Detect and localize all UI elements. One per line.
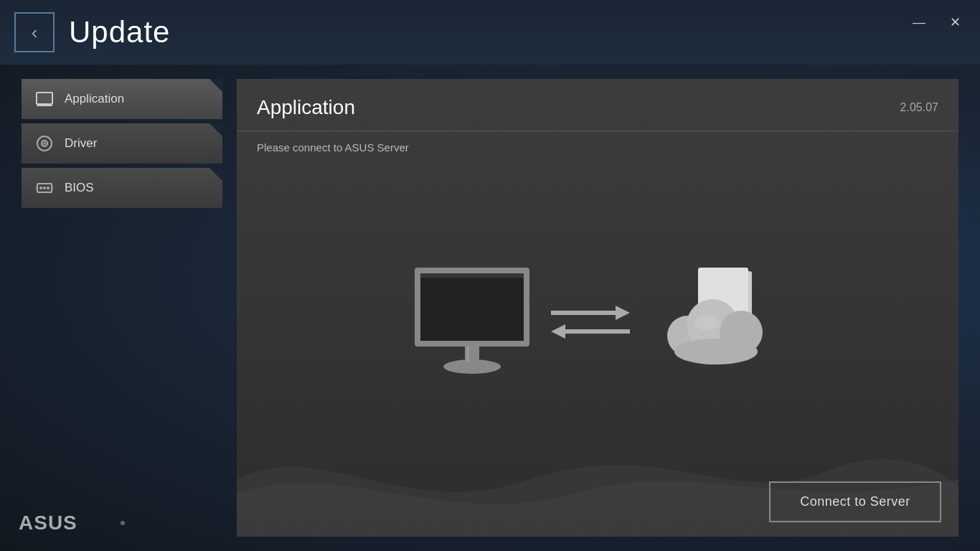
back-button[interactable]: ‹ [14, 12, 55, 52]
close-button[interactable]: ✕ [944, 11, 966, 33]
illustration [407, 260, 788, 382]
bottom-bar: Connect to Server [769, 481, 941, 522]
asus-logo: ASUS [17, 509, 89, 537]
application-icon [34, 89, 55, 109]
sidebar-item-driver-label: Driver [65, 136, 97, 151]
main-layout: Application Driver [0, 65, 980, 551]
driver-icon [34, 133, 55, 154]
svg-point-6 [44, 143, 46, 145]
sidebar-item-application-label: Application [65, 92, 124, 106]
monitor-illustration [407, 260, 537, 382]
sidebar-item-bios-label: BIOS [65, 181, 94, 195]
svg-point-29 [674, 339, 758, 364]
arrows-illustration [544, 293, 637, 350]
dot-indicator [121, 521, 125, 525]
svg-rect-1 [38, 94, 51, 103]
content-panel: Application 2.05.07 Please connect to AS… [237, 79, 958, 537]
content-title: Application [257, 96, 355, 119]
sidebar-item-driver[interactable]: Driver [22, 123, 222, 164]
sidebar-item-bios[interactable]: BIOS [22, 168, 222, 208]
svg-point-9 [43, 187, 46, 189]
page-title: Update [69, 15, 170, 50]
cloud-illustration [644, 264, 788, 379]
window-controls: — ✕ [908, 11, 966, 33]
svg-rect-3 [42, 104, 47, 105]
content-header: Application 2.05.07 [237, 79, 958, 131]
svg-text:ASUS: ASUS [19, 512, 77, 534]
minimize-button[interactable]: — [908, 11, 930, 33]
svg-rect-12 [52, 186, 53, 190]
sidebar: Application Driver [22, 79, 222, 537]
content-subtitle: Please connect to ASUS Server [237, 131, 958, 164]
svg-point-16 [443, 359, 501, 374]
svg-marker-20 [616, 306, 630, 320]
connect-to-server-button[interactable]: Connect to Server [769, 481, 941, 522]
bios-icon [34, 178, 55, 198]
svg-rect-14 [420, 273, 524, 341]
svg-point-8 [39, 187, 42, 189]
svg-point-30 [694, 316, 720, 330]
svg-marker-22 [551, 324, 565, 339]
sidebar-item-application[interactable]: Application [22, 79, 222, 119]
illustration-area [237, 164, 958, 537]
svg-point-10 [47, 187, 50, 189]
svg-rect-18 [420, 273, 524, 278]
version-badge: 2.05.07 [900, 101, 938, 114]
back-icon: ‹ [32, 22, 38, 44]
titlebar: ‹ Update — ✕ [0, 0, 980, 65]
svg-rect-17 [466, 347, 469, 362]
svg-rect-11 [36, 186, 37, 190]
